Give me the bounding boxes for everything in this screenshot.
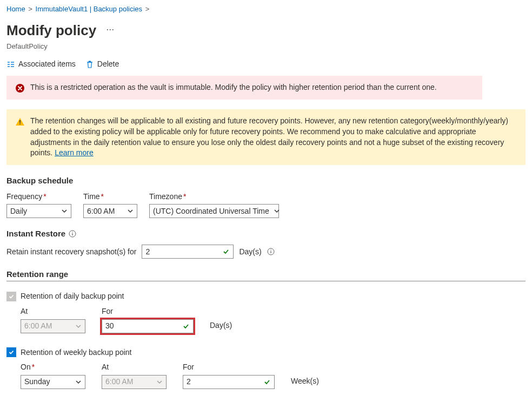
checkmark-icon (8, 349, 15, 356)
warning-banner-text: The retention changes will be applicable… (30, 116, 517, 158)
chevron-right-icon: > (28, 5, 32, 13)
weekly-for-input[interactable]: 2 (183, 375, 275, 389)
timezone-select[interactable]: (UTC) Coordinated Universal Time (149, 204, 279, 218)
chevron-down-icon (274, 208, 280, 214)
chevron-down-icon (127, 208, 134, 214)
daily-at-select: 6:00 AM (21, 319, 85, 333)
page-subtitle: DefaultPolicy (6, 42, 526, 51)
delete-button[interactable]: Delete (85, 59, 119, 70)
daily-retention-label: Retention of daily backup point (21, 291, 124, 302)
delete-label: Delete (97, 59, 119, 70)
timezone-value: (UTC) Coordinated Universal Time (153, 206, 269, 217)
chevron-down-icon (156, 379, 163, 385)
chevron-down-icon (75, 323, 82, 330)
instant-snapshot-unit: Day(s) (239, 247, 261, 258)
more-actions-button[interactable]: ··· (103, 22, 117, 37)
svg-rect-10 (72, 233, 73, 235)
chevron-down-icon (75, 379, 82, 385)
weekly-on-label: On* (21, 362, 85, 373)
weekly-at-select: 6:00 AM (102, 375, 167, 389)
checkmark-icon (222, 248, 230, 255)
checkmark-icon (182, 322, 190, 330)
info-icon[interactable] (69, 230, 76, 238)
breadcrumb-home[interactable]: Home (6, 5, 25, 13)
weekly-for-label: For (183, 362, 275, 373)
weekly-at-value: 6:00 AM (105, 377, 133, 387)
daily-unit: Day(s) (210, 320, 232, 333)
svg-rect-11 (72, 232, 73, 232)
frequency-value: Daily (10, 206, 27, 217)
weekly-at-label: At (102, 362, 167, 373)
retention-range-header: Retention range (6, 268, 526, 281)
frequency-label: Frequency* (6, 192, 71, 202)
warning-text-span: The retention changes will be applicable… (30, 116, 508, 157)
weekly-retention-label: Retention of weekly backup point (21, 347, 131, 358)
instant-restore-header: Instant Restore (6, 228, 526, 239)
instant-snapshot-input[interactable]: 2 (142, 245, 234, 259)
instant-restore-label: Retain instant recovery snapshot(s) for (6, 247, 136, 258)
weekly-unit: Week(s) (291, 376, 319, 389)
daily-at-value: 6:00 AM (24, 321, 52, 332)
checkmark-icon (263, 378, 271, 386)
checkmark-icon (8, 293, 15, 300)
weekly-retention-checkbox[interactable] (6, 347, 16, 357)
error-icon (15, 83, 25, 93)
timezone-label: Timezone* (149, 192, 279, 202)
breadcrumb: Home > ImmutableVault1 | Backup policies… (6, 4, 526, 14)
page-title: Modify policy (6, 21, 96, 40)
time-label: Time* (83, 192, 137, 202)
daily-for-value: 30 (105, 321, 114, 332)
chevron-down-icon (61, 208, 68, 214)
learn-more-link[interactable]: Learn more (55, 148, 94, 157)
info-icon[interactable] (267, 248, 275, 255)
daily-for-label: For (102, 306, 194, 317)
breadcrumb-vault[interactable]: ImmutableVault1 | Backup policies (36, 5, 143, 13)
list-icon (6, 60, 15, 69)
warning-banner: The retention changes will be applicable… (6, 109, 526, 164)
error-banner: This is a restricted operation as the va… (6, 76, 482, 100)
backup-schedule-header: Backup schedule (6, 175, 526, 186)
delete-icon (85, 60, 94, 69)
error-banner-text: This is a restricted operation as the va… (30, 82, 474, 93)
daily-for-input[interactable]: 30 (102, 319, 194, 333)
associated-items-button[interactable]: Associated items (6, 59, 76, 70)
weekly-for-value: 2 (187, 377, 191, 387)
svg-rect-8 (19, 124, 21, 125)
weekly-on-value: Sunday (24, 377, 50, 387)
warning-icon (15, 117, 25, 127)
associated-items-label: Associated items (18, 59, 76, 70)
chevron-right-icon: > (145, 5, 150, 13)
instant-snapshot-value: 2 (145, 247, 150, 258)
svg-rect-7 (19, 120, 21, 123)
weekly-on-select[interactable]: Sunday (21, 375, 85, 389)
frequency-select[interactable]: Daily (6, 204, 71, 218)
daily-retention-checkbox[interactable] (6, 292, 16, 301)
time-value: 6:00 AM (87, 206, 115, 217)
svg-rect-14 (270, 250, 271, 251)
time-select[interactable]: 6:00 AM (83, 204, 137, 218)
daily-at-label: At (21, 306, 85, 317)
command-bar: Associated items Delete (6, 59, 526, 70)
svg-rect-13 (270, 251, 271, 253)
